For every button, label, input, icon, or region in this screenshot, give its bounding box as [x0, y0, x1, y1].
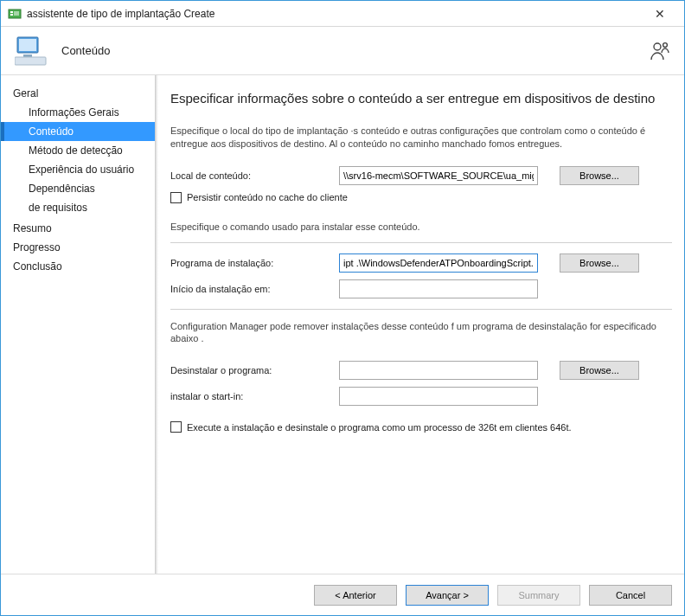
wizard-header: Conteúdo	[1, 27, 684, 75]
label-install-program: Programa de instalação:	[170, 258, 339, 268]
svg-rect-5	[19, 39, 36, 51]
sidebar-item-progresso[interactable]: Progresso	[1, 238, 155, 257]
separator-1	[170, 242, 672, 243]
row-install-program: Programa de instalação: Browse...	[170, 253, 672, 273]
wizard-body: Geral Informações Gerais Conteúdo Método…	[1, 75, 684, 574]
window-app-icon	[8, 7, 22, 21]
instruction-text-2: Especifique o comando usado para instala…	[170, 221, 672, 234]
input-install-start-in[interactable]	[339, 279, 538, 298]
input-install-program[interactable]	[339, 253, 538, 273]
label-uninstall-start-in: instalar o start-in:	[170, 391, 339, 401]
sidebar-item-informacoes-gerais[interactable]: Informações Gerais	[1, 103, 155, 122]
svg-point-8	[654, 43, 661, 50]
sidebar-item-resumo[interactable]: Resumo	[1, 219, 155, 238]
browse-content-location-button[interactable]: Browse...	[560, 166, 639, 185]
label-uninstall-program: Desinstalar o programa:	[170, 365, 339, 375]
row-install-start-in: Início da instalação em:	[170, 279, 672, 298]
browse-uninstall-program-button[interactable]: Browse...	[560, 361, 639, 380]
label-persist-cache: Persistir conteúdo no cache do cliente	[187, 192, 348, 202]
sidebar-item-dependencias[interactable]: Dependências	[1, 179, 155, 198]
row-persist-cache: Persistir conteúdo no cache do cliente	[170, 192, 672, 203]
titlebar: assistente de tipo de implantação Create…	[1, 1, 684, 27]
browse-install-program-button[interactable]: Browse...	[560, 253, 639, 273]
wizard-step-title: Conteúdo	[61, 44, 650, 57]
wizard-footer: < Anterior Avançar > Summary Cancel	[1, 574, 684, 615]
input-uninstall-program[interactable]	[339, 361, 538, 380]
previous-button[interactable]: < Anterior	[314, 585, 397, 606]
svg-rect-7	[15, 57, 46, 65]
label-install-start-in: Início da instalação em:	[170, 284, 339, 294]
svg-rect-1	[10, 11, 13, 13]
wizard-main-panel: Especificar informações sobre o conteúdo…	[158, 75, 684, 574]
row-uninstall-start-in: instalar o start-in:	[170, 387, 672, 406]
instruction-text-3: Configuration Manager pode remover insta…	[170, 320, 672, 346]
label-run-32bit: Execute a instalação e desinstale o prog…	[187, 422, 572, 433]
close-icon[interactable]: ✕	[643, 7, 677, 21]
cancel-button[interactable]: Cancel	[589, 585, 672, 606]
svg-rect-3	[14, 11, 19, 16]
input-uninstall-start-in[interactable]	[339, 387, 538, 406]
sidebar-item-metodo-deteccao[interactable]: Método de detecção	[1, 141, 155, 160]
window-title: assistente de tipo de implantação Create	[27, 8, 643, 20]
sidebar-item-experiencia-usuario[interactable]: Experiência do usuário	[1, 160, 155, 179]
row-run-32bit: Execute a instalação e desinstale o prog…	[170, 421, 672, 433]
sidebar-item-conteudo[interactable]: Conteúdo	[1, 122, 155, 141]
sidebar-item-requisitos[interactable]: de requisitos	[1, 198, 155, 217]
instruction-text-1: Especifique o local do tipo de implantaç…	[170, 125, 672, 151]
wizard-sidebar: Geral Informações Gerais Conteúdo Método…	[1, 75, 155, 574]
separator-2	[170, 309, 672, 310]
input-content-location[interactable]	[339, 166, 538, 185]
svg-point-9	[663, 42, 668, 47]
computer-icon	[15, 35, 49, 67]
label-content-location: Local de conteúdo:	[170, 170, 339, 181]
row-content-location: Local de conteúdo: Browse...	[170, 166, 672, 185]
page-heading: Especificar informações sobre o conteúdo…	[170, 91, 672, 106]
svg-rect-2	[10, 14, 13, 16]
summary-button: Summary	[497, 585, 580, 606]
checkbox-persist-cache[interactable]	[170, 192, 182, 203]
checkbox-run-32bit[interactable]	[170, 421, 182, 433]
help-person-icon[interactable]	[650, 41, 670, 61]
sidebar-section-geral[interactable]: Geral	[1, 84, 155, 103]
row-uninstall-program: Desinstalar o programa: Browse...	[170, 361, 672, 380]
sidebar-item-conclusao[interactable]: Conclusão	[1, 257, 155, 276]
next-button[interactable]: Avançar >	[406, 585, 489, 606]
